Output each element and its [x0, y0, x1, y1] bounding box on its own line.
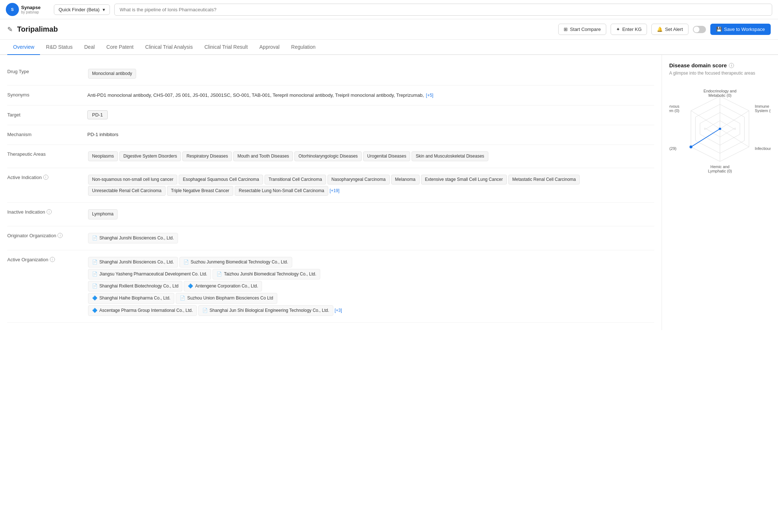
tab-clinical-trial-result[interactable]: Clinical Trial Result: [199, 40, 254, 55]
org-document-icon: 📄: [92, 259, 98, 266]
tab-approval[interactable]: Approval: [254, 40, 285, 55]
inactive-indication-row: Inactive Indication i Lymphoma: [7, 203, 654, 226]
active-org-item: 📄Shanghai Jun Shi Biological Engineering…: [198, 305, 333, 316]
active-orgs-more-link[interactable]: [+3]: [334, 307, 343, 314]
active-org-value: 📄Shanghai Junshi Biosciences Co., Ltd.📄S…: [87, 256, 654, 317]
therapeutic-area-tag: Respiratory Diseases: [182, 151, 232, 161]
active-org-item: 📄Jiangsu Yasheng Pharmaceutical Developm…: [88, 269, 211, 279]
active-indication-tag: Transitional Cell Carcinoma: [265, 175, 326, 184]
radar-label-nervous2: System (0): [669, 108, 679, 113]
mechanism-value: PD-1 inhibitors: [87, 131, 654, 139]
therapeutic-area-tag: Otorhinolaryngologic Diseases: [294, 151, 362, 161]
svg-text:S: S: [11, 7, 13, 12]
therapeutic-area-tag: Digestive System Disorders: [119, 151, 181, 161]
alert-toggle[interactable]: [693, 26, 706, 33]
drug-type-row: Drug Type Monoclonal antibody: [7, 62, 654, 86]
active-indication-row: Active Indication i Non-squamous non-sma…: [7, 168, 654, 203]
chevron-down-icon: ▾: [103, 7, 105, 12]
score-info-icon[interactable]: i: [729, 63, 734, 68]
radar-label-endocrinology: Endocrinology and: [703, 89, 737, 93]
quick-finder-dropdown[interactable]: Quick Finder (Beta) ▾: [54, 4, 110, 15]
target-value: PD-1: [87, 111, 654, 119]
radar-chart: Endocrinology and Metabolic (0) Immune S…: [669, 82, 771, 176]
logo-icon: S: [6, 3, 19, 16]
org-document-icon: 📄: [92, 271, 98, 278]
radar-svg: Endocrinology and Metabolic (0) Immune S…: [669, 82, 771, 176]
logo-text-group: Synapse by patsnap: [21, 5, 40, 15]
drug-header: ✎ Toripalimab ⊞ Start Compare ✦ Enter KG…: [0, 19, 778, 40]
active-indication-tag: Extensive stage Small Cell Lung Cancer: [421, 175, 507, 184]
org-document-icon: 📄: [183, 259, 189, 266]
logo-subtitle: by patsnap: [21, 10, 40, 14]
alert-icon: 🔔: [657, 27, 663, 32]
org-document-icon: 🔷: [92, 307, 98, 314]
radar-label-neoplasms: Neoplasms (29): [669, 146, 676, 151]
inactive-indication-label: Inactive Indication i: [7, 209, 80, 220]
active-indication-tag: Metastatic Renal Cell Carcinoma: [508, 175, 580, 184]
org-document-icon: 🔷: [92, 295, 98, 302]
org-document-icon: 📄: [92, 283, 98, 290]
svg-line-8: [720, 129, 749, 147]
org-document-icon: 📄: [92, 235, 98, 242]
save-workspace-button[interactable]: 💾 Save to Workspace: [710, 24, 771, 35]
tab-clinical-trial-analysis[interactable]: Clinical Trial Analysis: [139, 40, 199, 55]
radar-point-neoplasms: [690, 146, 692, 148]
mechanism-row: Mechanism PD-1 inhibitors: [7, 125, 654, 145]
drug-name: Toripalimab: [17, 25, 554, 33]
main-content: Drug Type Monoclonal antibody Synonyms A…: [0, 55, 778, 330]
active-org-item: 📄Suzhou Union Biopharm Biosciences Co Lt…: [176, 293, 277, 303]
target-label: Target: [7, 111, 80, 119]
active-indication-info-icon[interactable]: i: [43, 175, 48, 180]
tab-overview[interactable]: Overview: [7, 40, 40, 55]
radar-label-immune2: System (0): [755, 108, 771, 113]
drug-type-value: Monoclonal antibody: [87, 68, 654, 79]
active-indication-more-link[interactable]: [+19]: [329, 187, 340, 194]
therapeutic-area-tag: Urogenital Diseases: [363, 151, 410, 161]
org-document-icon: 🔷: [188, 283, 193, 290]
active-org-item: 📄Shanghai Junshi Biosciences Co., Ltd.: [88, 257, 178, 267]
topbar: S Synapse by patsnap Quick Finder (Beta)…: [0, 0, 778, 19]
active-indication-tag: Resectable Lung Non-Small Cell Carcinoma: [235, 186, 328, 196]
radar-label-immune: Immune: [755, 104, 769, 108]
tab-regulation[interactable]: Regulation: [285, 40, 321, 55]
therapeutic-area-tag: Skin and Musculoskeletal Diseases: [412, 151, 488, 161]
synonyms-more-link[interactable]: [+5]: [425, 92, 434, 99]
toggle-knob: [694, 27, 699, 32]
active-org-row: Active Organization i 📄Shanghai Junshi B…: [7, 250, 654, 323]
originator-org-info-icon[interactable]: i: [57, 233, 63, 238]
active-org-info-icon[interactable]: i: [50, 257, 55, 262]
therapeutic-area-tag: Mouth and Tooth Diseases: [233, 151, 293, 161]
save-icon: 💾: [716, 27, 722, 32]
logo-title: Synapse: [21, 5, 40, 11]
active-indication-tag: Nasopharyngeal Carcinoma: [328, 175, 390, 184]
active-org-item: 📄Shanghai Rxilient Biotechnology Co., Lt…: [88, 281, 182, 291]
org-document-icon: 📄: [217, 271, 222, 278]
target-row: Target PD-1: [7, 106, 654, 125]
enter-kg-button[interactable]: ✦ Enter KG: [611, 24, 647, 35]
app-logo: S Synapse by patsnap: [6, 3, 49, 16]
org-document-icon: 📄: [180, 295, 185, 302]
radar-label-hemic2: Lymphatic (0): [708, 169, 732, 173]
tab-core-patent[interactable]: Core Patent: [100, 40, 139, 55]
inactive-indication-info-icon[interactable]: i: [47, 209, 52, 214]
therapeutic-areas-row: Therapeutic Areas NeoplasmsDigestive Sys…: [7, 145, 654, 168]
inactive-indication-tag: Lymphoma: [88, 209, 118, 219]
originator-org-value: 📄 Shanghai Junshi Biosciences Co., Ltd.: [87, 232, 654, 244]
set-alert-button[interactable]: 🔔 Set Alert: [651, 24, 688, 35]
start-compare-button[interactable]: ⊞ Start Compare: [558, 24, 606, 35]
target-tag: PD-1: [87, 110, 108, 119]
tab-deal[interactable]: Deal: [79, 40, 101, 55]
active-org-item: 📄Taizhou Junshi Biomedical Technology Co…: [213, 269, 320, 279]
synonyms-value: Anti-PD1 monoclonal antibody, CHS-007, J…: [87, 91, 654, 99]
active-indication-tag: Esophageal Squamous Cell Carcinoma: [179, 175, 263, 184]
score-panel-title: Disease domain score i: [669, 62, 771, 68]
active-indication-tag: Triple Negative Breast Cancer: [167, 186, 233, 196]
active-org-item: 🔷Ascentage Pharma Group International Co…: [88, 305, 197, 316]
radar-point-nervous: [719, 128, 721, 130]
tab-rd-status[interactable]: R&D Status: [40, 40, 78, 55]
score-panel-subtitle: A glimpse into the focused therapeutic a…: [669, 71, 771, 76]
org-document-icon: 📄: [202, 307, 208, 314]
drug-type-label: Drug Type: [7, 68, 80, 79]
search-input[interactable]: [114, 4, 772, 16]
compare-icon: ⊞: [564, 27, 568, 32]
